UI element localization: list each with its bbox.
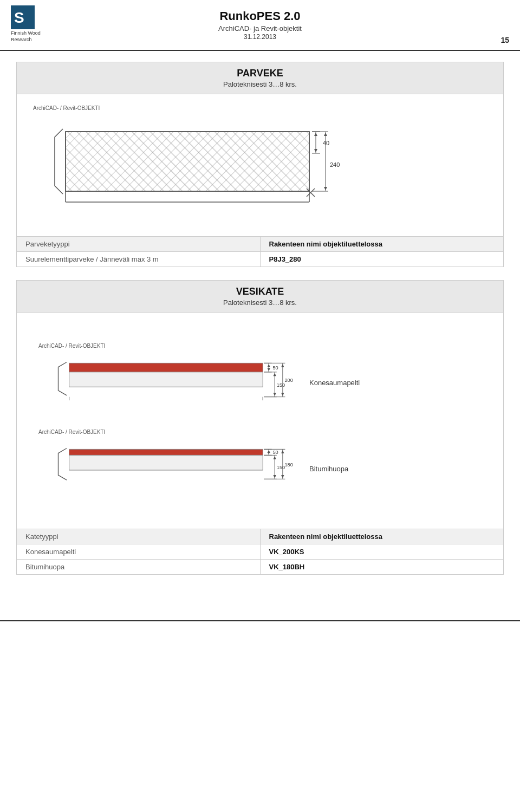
vesikate-col1-header: Katetyyppi	[17, 529, 260, 544]
vesikate-name-1: VK_200KS	[260, 544, 503, 560]
svg-marker-59	[273, 456, 276, 459]
parveke-info-table: Parveketyyppi Rakenteen nimi objektiluet…	[17, 237, 503, 267]
svg-marker-18	[324, 133, 327, 136]
svg-marker-16	[314, 133, 317, 136]
svg-marker-66	[281, 475, 284, 478]
parveke-header: PARVEKE Paloteknisesti 3…8 krs.	[17, 62, 503, 94]
parveke-table-header-row: Parveketyyppi Rakenteen nimi objektiluet…	[17, 237, 503, 252]
app-title: RunkoPES 2.0	[218, 9, 302, 23]
parveke-name: P8J3_280	[260, 252, 503, 267]
svg-rect-25	[69, 363, 263, 372]
parveke-subtitle: Paloteknisesti 3…8 krs.	[28, 80, 492, 88]
svg-marker-37	[273, 393, 276, 396]
svg-text:180: 180	[285, 462, 293, 467]
bitumihuopa-svg: 50 150 180	[38, 439, 298, 499]
svg-text:40: 40	[323, 140, 329, 146]
parveke-svg: 40 240	[33, 115, 347, 224]
svg-marker-43	[281, 393, 284, 396]
svg-marker-42	[281, 364, 284, 367]
vesikate-section: VESIKATE Paloteknisesti 3…8 krs. ArchiCA…	[16, 280, 504, 575]
svg-marker-31	[267, 368, 270, 371]
parveke-diagram-container: ArchiCAD- / Revit-OBJEKTI	[33, 105, 487, 225]
svg-text:50: 50	[273, 449, 278, 454]
parveke-title: PARVEKE	[28, 68, 492, 79]
vesikate-header: VESIKATE Paloteknisesti 3…8 krs.	[17, 281, 503, 313]
app-subtitle: ArchiCAD- ja Revit-objektit	[218, 24, 302, 33]
vesikate-archicad-label2: ArchiCAD- / Revit-OBJEKTI	[38, 429, 482, 435]
vesikate-type-2: Bitumihuopa	[17, 560, 260, 575]
svg-text:50: 50	[273, 365, 278, 371]
vesikate-table-header-row: Katetyyppi Rakenteen nimi objektiluettel…	[17, 529, 503, 544]
svg-marker-30	[267, 364, 270, 367]
parveke-diagram-area: ArchiCAD- / Revit-OBJEKTI	[17, 94, 503, 237]
parveke-section: PARVEKE Paloteknisesti 3…8 krs. ArchiCAD…	[16, 62, 504, 267]
svg-marker-17	[314, 149, 317, 152]
svg-text:S: S	[14, 9, 24, 26]
app-date: 31.12.2013	[218, 33, 302, 41]
vesikate-subtitle: Paloteknisesti 3…8 krs.	[28, 298, 492, 307]
bitumihuopa-label: Bitumihuopa	[309, 465, 348, 473]
vesikate-type-1: Konesaumapelti	[17, 544, 260, 560]
bitumihuopa-diagram-row: 50 150 180	[38, 439, 482, 499]
konesaumapelti-label: Konesaumapelti	[309, 379, 360, 387]
vesikate-archicad-label1: ArchiCAD- / Revit-OBJEKTI	[38, 343, 482, 349]
svg-rect-26	[69, 372, 263, 387]
svg-text:150: 150	[277, 382, 285, 388]
konesaumapelti-svg: 50 150 200	[38, 353, 298, 413]
parveke-col1-header: Parveketyyppi	[17, 237, 260, 252]
logo-text: Finnish Wood Research	[11, 30, 60, 43]
page-number: 15	[500, 36, 509, 44]
fwr-logo-icon: S	[11, 5, 35, 29]
svg-marker-65	[281, 450, 284, 453]
svg-rect-6	[66, 132, 309, 191]
header-center: RunkoPES 2.0 ArchiCAD- ja Revit-objektit…	[218, 9, 302, 41]
svg-marker-36	[273, 373, 276, 376]
svg-text:240: 240	[330, 161, 340, 168]
vesikate-diagram-area: ArchiCAD- / Revit-OBJEKTI	[17, 313, 503, 529]
bottom-border	[0, 620, 520, 621]
main-content: PARVEKE Paloteknisesti 3…8 krs. ArchiCAD…	[0, 51, 520, 599]
parveke-col2-header: Rakenteen nimi objektiluettelossa	[260, 237, 503, 252]
svg-marker-19	[324, 187, 327, 190]
parveke-archicad-label: ArchiCAD- / Revit-OBJEKTI	[33, 105, 487, 111]
parveke-type: Suurelementtiparveke / Jänneväli max 3 m	[17, 252, 260, 267]
bitumihuopa-diagram: ArchiCAD- / Revit-OBJEKTI	[38, 429, 482, 499]
vesikate-table-row-1: Konesaumapelti VK_200KS	[17, 544, 503, 560]
page-header: S Finnish Wood Research RunkoPES 2.0 Arc…	[0, 0, 520, 51]
logo-area: S Finnish Wood Research	[11, 5, 60, 43]
konesaumapelti-diagram: ArchiCAD- / Revit-OBJEKTI	[38, 343, 482, 413]
vesikate-info-table: Katetyyppi Rakenteen nimi objektiluettel…	[17, 529, 503, 574]
svg-rect-48	[69, 449, 263, 455]
svg-text:150: 150	[277, 465, 285, 470]
konesaumapelti-diagram-row: 50 150 200	[38, 353, 482, 413]
vesikate-col2-header: Rakenteen nimi objektiluettelossa	[260, 529, 503, 544]
svg-marker-60	[273, 475, 276, 478]
svg-rect-49	[69, 455, 263, 470]
svg-marker-54	[267, 451, 270, 454]
svg-text:200: 200	[285, 378, 293, 383]
parveke-table-row: Suurelementtiparveke / Jänneväli max 3 m…	[17, 252, 503, 267]
vesikate-name-2: VK_180BH	[260, 560, 503, 575]
vesikate-table-row-2: Bitumihuopa VK_180BH	[17, 560, 503, 575]
vesikate-title: VESIKATE	[28, 286, 492, 297]
